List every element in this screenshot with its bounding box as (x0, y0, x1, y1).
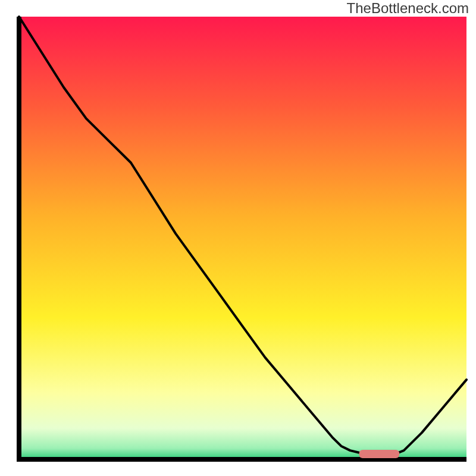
optimum-marker (359, 450, 400, 458)
watermark-text: TheBottleneck.com (347, 0, 469, 17)
chart-container: { "watermark": "TheBottleneck.com", "cha… (0, 0, 476, 476)
bottleneck-chart (0, 0, 476, 476)
gradient-background (19, 17, 466, 459)
plot-area (19, 17, 466, 459)
